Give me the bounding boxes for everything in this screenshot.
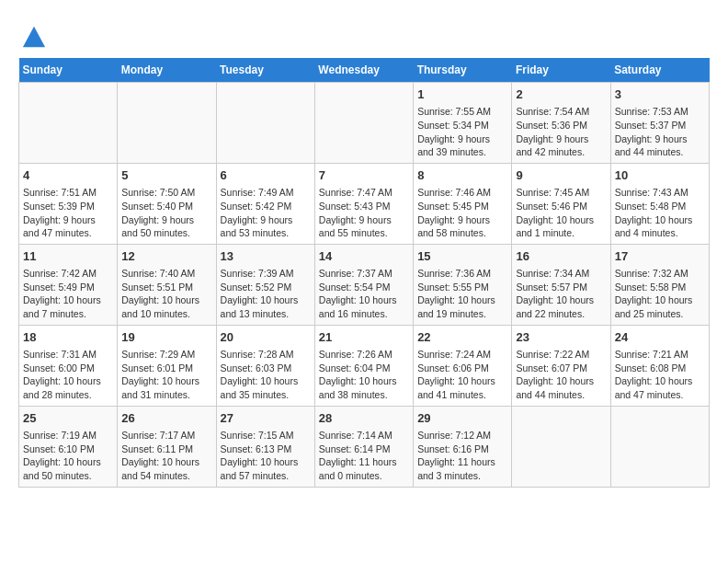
day-info: Sunrise: 7:36 AM Sunset: 5:55 PM Dayligh… [417, 267, 507, 321]
day-number: 3 [615, 86, 705, 103]
day-cell: 23Sunrise: 7:22 AM Sunset: 6:07 PM Dayli… [512, 325, 610, 406]
day-number: 24 [615, 329, 705, 346]
week-row-5: 25Sunrise: 7:19 AM Sunset: 6:10 PM Dayli… [19, 406, 710, 487]
day-info: Sunrise: 7:47 AM Sunset: 5:43 PM Dayligh… [319, 186, 409, 240]
day-cell: 26Sunrise: 7:17 AM Sunset: 6:11 PM Dayli… [118, 406, 216, 487]
day-cell: 2Sunrise: 7:54 AM Sunset: 5:36 PM Daylig… [512, 83, 610, 164]
day-number: 22 [417, 329, 507, 346]
day-info: Sunrise: 7:34 AM Sunset: 5:57 PM Dayligh… [516, 267, 606, 321]
day-info: Sunrise: 7:51 AM Sunset: 5:39 PM Dayligh… [23, 186, 113, 240]
day-info: Sunrise: 7:31 AM Sunset: 6:00 PM Dayligh… [23, 348, 113, 402]
day-cell: 17Sunrise: 7:32 AM Sunset: 5:58 PM Dayli… [610, 244, 709, 325]
day-info: Sunrise: 7:21 AM Sunset: 6:08 PM Dayligh… [615, 348, 705, 402]
day-number: 9 [516, 167, 606, 184]
day-cell: 22Sunrise: 7:24 AM Sunset: 6:06 PM Dayli… [414, 325, 512, 406]
col-header-sunday: Sunday [19, 58, 118, 83]
day-info: Sunrise: 7:22 AM Sunset: 6:07 PM Dayligh… [516, 348, 606, 402]
day-number: 12 [121, 248, 211, 265]
week-row-1: 1Sunrise: 7:55 AM Sunset: 5:34 PM Daylig… [19, 83, 710, 164]
day-cell: 15Sunrise: 7:36 AM Sunset: 5:55 PM Dayli… [414, 244, 512, 325]
col-header-tuesday: Tuesday [216, 58, 314, 83]
day-cell [512, 406, 610, 487]
logo [18, 23, 47, 49]
day-info: Sunrise: 7:46 AM Sunset: 5:45 PM Dayligh… [417, 186, 507, 240]
day-cell: 19Sunrise: 7:29 AM Sunset: 6:01 PM Dayli… [118, 325, 216, 406]
day-cell: 16Sunrise: 7:34 AM Sunset: 5:57 PM Dayli… [512, 244, 610, 325]
day-info: Sunrise: 7:37 AM Sunset: 5:54 PM Dayligh… [319, 267, 409, 321]
day-number: 25 [23, 410, 113, 427]
day-cell: 27Sunrise: 7:15 AM Sunset: 6:13 PM Dayli… [216, 406, 314, 487]
day-cell: 20Sunrise: 7:28 AM Sunset: 6:03 PM Dayli… [216, 325, 314, 406]
day-info: Sunrise: 7:29 AM Sunset: 6:01 PM Dayligh… [121, 348, 211, 402]
week-row-2: 4Sunrise: 7:51 AM Sunset: 5:39 PM Daylig… [19, 163, 710, 244]
day-number: 11 [23, 248, 113, 265]
day-info: Sunrise: 7:55 AM Sunset: 5:34 PM Dayligh… [417, 105, 507, 159]
day-cell [19, 83, 118, 164]
day-cell: 24Sunrise: 7:21 AM Sunset: 6:08 PM Dayli… [610, 325, 709, 406]
day-info: Sunrise: 7:50 AM Sunset: 5:40 PM Dayligh… [121, 186, 211, 240]
day-cell: 7Sunrise: 7:47 AM Sunset: 5:43 PM Daylig… [314, 163, 413, 244]
col-header-monday: Monday [118, 58, 216, 83]
col-header-friday: Friday [512, 58, 610, 83]
day-cell [610, 406, 709, 487]
day-number: 16 [516, 248, 606, 265]
header [18, 18, 710, 49]
day-info: Sunrise: 7:39 AM Sunset: 5:52 PM Dayligh… [221, 267, 311, 321]
day-number: 27 [221, 410, 311, 427]
day-cell [314, 83, 413, 164]
day-info: Sunrise: 7:26 AM Sunset: 6:04 PM Dayligh… [319, 348, 409, 402]
day-cell: 28Sunrise: 7:14 AM Sunset: 6:14 PM Dayli… [314, 406, 413, 487]
col-header-wednesday: Wednesday [314, 58, 413, 83]
day-number: 2 [516, 86, 606, 103]
header-row: SundayMondayTuesdayWednesdayThursdayFrid… [19, 58, 710, 83]
day-info: Sunrise: 7:15 AM Sunset: 6:13 PM Dayligh… [221, 429, 311, 483]
day-info: Sunrise: 7:32 AM Sunset: 5:58 PM Dayligh… [615, 267, 705, 321]
logo-icon [21, 23, 47, 49]
day-info: Sunrise: 7:17 AM Sunset: 6:11 PM Dayligh… [121, 429, 211, 483]
calendar-table: SundayMondayTuesdayWednesdayThursdayFrid… [18, 58, 710, 488]
day-cell: 14Sunrise: 7:37 AM Sunset: 5:54 PM Dayli… [314, 244, 413, 325]
day-info: Sunrise: 7:54 AM Sunset: 5:36 PM Dayligh… [516, 105, 606, 159]
week-row-4: 18Sunrise: 7:31 AM Sunset: 6:00 PM Dayli… [19, 325, 710, 406]
day-info: Sunrise: 7:28 AM Sunset: 6:03 PM Dayligh… [221, 348, 311, 402]
day-number: 19 [121, 329, 211, 346]
day-cell: 18Sunrise: 7:31 AM Sunset: 6:00 PM Dayli… [19, 325, 118, 406]
day-cell: 21Sunrise: 7:26 AM Sunset: 6:04 PM Dayli… [314, 325, 413, 406]
day-cell [216, 83, 314, 164]
day-cell: 1Sunrise: 7:55 AM Sunset: 5:34 PM Daylig… [414, 83, 512, 164]
day-number: 20 [221, 329, 311, 346]
day-info: Sunrise: 7:12 AM Sunset: 6:16 PM Dayligh… [417, 429, 507, 483]
day-cell: 9Sunrise: 7:45 AM Sunset: 5:46 PM Daylig… [512, 163, 610, 244]
day-cell: 12Sunrise: 7:40 AM Sunset: 5:51 PM Dayli… [118, 244, 216, 325]
day-number: 18 [23, 329, 113, 346]
day-info: Sunrise: 7:14 AM Sunset: 6:14 PM Dayligh… [319, 429, 409, 483]
day-info: Sunrise: 7:24 AM Sunset: 6:06 PM Dayligh… [417, 348, 507, 402]
day-cell: 8Sunrise: 7:46 AM Sunset: 5:45 PM Daylig… [414, 163, 512, 244]
day-number: 26 [121, 410, 211, 427]
day-info: Sunrise: 7:49 AM Sunset: 5:42 PM Dayligh… [221, 186, 311, 240]
day-number: 21 [319, 329, 409, 346]
svg-marker-0 [23, 27, 45, 47]
day-number: 6 [221, 167, 311, 184]
day-number: 17 [615, 248, 705, 265]
day-info: Sunrise: 7:40 AM Sunset: 5:51 PM Dayligh… [121, 267, 211, 321]
day-cell: 4Sunrise: 7:51 AM Sunset: 5:39 PM Daylig… [19, 163, 118, 244]
col-header-thursday: Thursday [414, 58, 512, 83]
day-info: Sunrise: 7:42 AM Sunset: 5:49 PM Dayligh… [23, 267, 113, 321]
day-number: 23 [516, 329, 606, 346]
day-cell: 29Sunrise: 7:12 AM Sunset: 6:16 PM Dayli… [414, 406, 512, 487]
col-header-saturday: Saturday [610, 58, 709, 83]
day-info: Sunrise: 7:43 AM Sunset: 5:48 PM Dayligh… [615, 186, 705, 240]
day-cell: 25Sunrise: 7:19 AM Sunset: 6:10 PM Dayli… [19, 406, 118, 487]
day-number: 28 [319, 410, 409, 427]
day-number: 15 [417, 248, 507, 265]
day-number: 10 [615, 167, 705, 184]
day-cell: 13Sunrise: 7:39 AM Sunset: 5:52 PM Dayli… [216, 244, 314, 325]
day-number: 4 [23, 167, 113, 184]
week-row-3: 11Sunrise: 7:42 AM Sunset: 5:49 PM Dayli… [19, 244, 710, 325]
day-cell: 6Sunrise: 7:49 AM Sunset: 5:42 PM Daylig… [216, 163, 314, 244]
day-cell: 3Sunrise: 7:53 AM Sunset: 5:37 PM Daylig… [610, 83, 709, 164]
day-cell: 10Sunrise: 7:43 AM Sunset: 5:48 PM Dayli… [610, 163, 709, 244]
day-number: 7 [319, 167, 409, 184]
day-cell [118, 83, 216, 164]
